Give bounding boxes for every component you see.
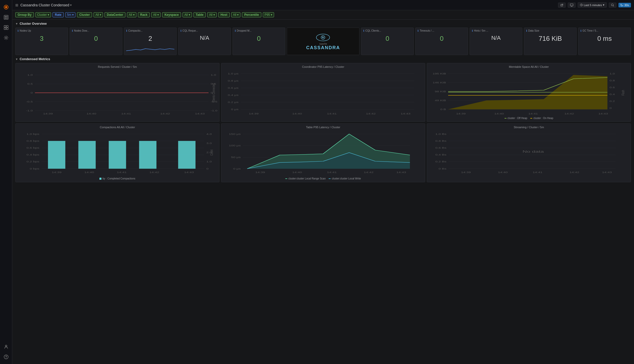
timeouts-info-icon[interactable]: ℹ	[418, 29, 419, 32]
nodes-up-info-icon[interactable]: ℹ	[18, 29, 19, 32]
svg-text:0 μs: 0 μs	[233, 167, 241, 170]
svg-text:14:40: 14:40	[292, 112, 302, 115]
svg-text:No data: No data	[523, 149, 544, 153]
svg-rect-102	[109, 141, 126, 169]
memtable-legend: cluster : Off Heap cluster : On Heap	[429, 117, 629, 120]
gc-time-card: ℹ GC Time / 5... 0 ms	[578, 28, 631, 55]
nodes-down-value: 0	[72, 33, 120, 45]
on-heap-color	[530, 118, 532, 119]
svg-rect-104	[178, 141, 196, 169]
gc-time-title: ℹ GC Time / 5...	[580, 29, 629, 32]
rack-dropdown[interactable]: All ▾	[151, 12, 161, 17]
memtable-space-title: Memtable Space All.All / Cluster	[429, 65, 629, 68]
charts-row-2: Compactions All.All / Cluster 1.0 bps 0.…	[15, 123, 631, 182]
collapse-icon: ▼	[15, 22, 18, 25]
svg-text:14:41: 14:41	[533, 171, 542, 174]
share-button[interactable]	[558, 3, 566, 8]
svg-text:0: 0	[31, 92, 33, 94]
svg-rect-7	[4, 25, 6, 27]
local-write-color	[329, 178, 331, 179]
svg-text:14:43: 14:43	[401, 112, 410, 115]
compaction-value: 2	[126, 33, 174, 45]
cql-requests-card: ℹ CQL Reque... N/A	[178, 28, 231, 55]
svg-text:14:42: 14:42	[366, 112, 376, 115]
table-dropdown[interactable]: All ▾	[207, 12, 217, 17]
nodes-down-info-icon[interactable]: ℹ	[72, 29, 73, 32]
cql-requests-value: N/A	[180, 33, 229, 43]
compactions-chart: 1.0 bps 0.8 bps 0.6 bps 0.4 bps 0.2 bps …	[18, 130, 217, 176]
legend-compactions: by : Completed Compactions	[99, 177, 135, 180]
hints-title: ℹ Hints / 5m ...	[472, 29, 520, 32]
condensed-metrics-header[interactable]: ▼ Condensed Metrics	[15, 57, 631, 61]
cluster-groupby-dropdown[interactable]: Cluster ▾	[35, 12, 51, 17]
svg-rect-14	[570, 4, 573, 6]
rate-dropdown[interactable]: 5m ▾	[65, 12, 75, 17]
gc-time-info-icon[interactable]: ℹ	[580, 29, 581, 32]
svg-text:0.6: 0.6	[610, 86, 615, 89]
keyspace-label: Keyspace	[162, 12, 181, 17]
svg-text:0 μs: 0 μs	[231, 108, 238, 111]
dc-dropdown[interactable]: All ▾	[127, 12, 136, 17]
page-title: Cassandra Cluster Condensed	[20, 3, 69, 7]
sidebar-item-user[interactable]	[2, 342, 11, 351]
keyspace-dropdown[interactable]: All ▾	[183, 12, 192, 17]
cluster-filter-dropdown[interactable]: All ▾	[94, 12, 103, 17]
percentile-dropdown[interactable]: P95 ▾	[263, 12, 274, 17]
svg-text:98 KiB: 98 KiB	[435, 90, 446, 93]
topbar-chevron[interactable]: ▾	[70, 3, 72, 7]
svg-text:0.4 Bs: 0.4 Bs	[435, 154, 446, 156]
tv-button[interactable]	[568, 3, 576, 8]
svg-text:1.0: 1.0	[610, 72, 615, 75]
svg-text:Count: Count	[209, 150, 214, 156]
svg-text:3.0: 3.0	[206, 142, 212, 145]
topbar: ⊞ Cassandra Cluster Condensed ▾ Last 5 m…	[12, 0, 634, 10]
sidebar-item-help[interactable]	[2, 352, 11, 361]
time-range-picker[interactable]: Last 5 minutes ▾	[578, 2, 607, 8]
rack-label: Rack	[138, 12, 150, 17]
cluster-overview-header[interactable]: ▼ Cluster Overview	[15, 22, 631, 25]
cql-requests-title: ℹ CQL Reque...	[180, 29, 229, 32]
compaction-info-icon[interactable]: ℹ	[126, 29, 127, 32]
cql-clients-info-icon[interactable]: ℹ	[363, 29, 364, 32]
svg-rect-3	[5, 16, 6, 17]
sidebar-item-dashboards[interactable]	[2, 23, 11, 32]
hints-info-icon[interactable]: ℹ	[472, 29, 473, 32]
svg-text:14:39: 14:39	[461, 171, 471, 174]
svg-text:49 KiB: 49 KiB	[435, 99, 446, 102]
svg-text:0 bps: 0 bps	[30, 167, 39, 170]
svg-text:14:42: 14:42	[564, 112, 574, 115]
svg-point-13	[6, 358, 6, 358]
legend-local-write: cluster:cluster Local Write	[329, 177, 361, 180]
sidebar-item-search[interactable]	[2, 13, 11, 22]
data-size-info-icon[interactable]: ℹ	[526, 29, 527, 32]
svg-text:1.0 Bs: 1.0 Bs	[435, 133, 446, 135]
svg-text:14:43: 14:43	[195, 112, 205, 115]
svg-text:0.2: 0.2	[610, 100, 615, 102]
coordinator-latency-panel: Coordinator P95 Latency / Cluster 1.0 μs…	[221, 63, 425, 122]
svg-text:14:39: 14:39	[43, 112, 53, 115]
legend-on-heap: cluster : On Heap	[530, 117, 553, 120]
sidebar-logo[interactable]	[2, 3, 11, 12]
svg-text:0.8: 0.8	[610, 79, 615, 82]
svg-text:-1.0: -1.0	[26, 109, 33, 112]
charts-row-1: Requests Served / Cluster / 5m 1.0 0.5 0	[15, 63, 631, 122]
svg-text:0: 0	[206, 167, 209, 170]
svg-rect-103	[139, 141, 157, 169]
host-dropdown[interactable]: All ▾	[231, 12, 241, 17]
sidebar-item-settings[interactable]	[2, 33, 11, 42]
coordinator-latency-title: Coordinator P95 Latency / Cluster	[223, 65, 423, 68]
svg-text:14:42: 14:42	[570, 171, 579, 174]
sidebar-bottom	[2, 342, 11, 362]
topbar-grid-icon: ⊞	[15, 3, 18, 7]
cql-requests-info-icon[interactable]: ℹ	[180, 29, 182, 32]
cluster-filter-label: Cluster	[77, 12, 92, 17]
compactions-legend: by : Completed Compactions	[18, 177, 217, 180]
svg-text:14:40: 14:40	[498, 171, 508, 174]
table-latency-chart: 150 μs 100 μs 50 μs 0 μs 14:39 14:40	[223, 130, 423, 176]
refresh-button[interactable]: 30s	[618, 3, 631, 7]
svg-rect-6	[6, 18, 7, 19]
cassandra-eye-icon	[315, 32, 331, 43]
streaming-chart: 1.0 Bs 0.8 Bs 0.6 Bs 0.4 Bs 0.2 Bs 0 Bs …	[429, 130, 629, 176]
dropped-msgs-info-icon[interactable]: ℹ	[235, 29, 236, 32]
search-button[interactable]	[609, 3, 616, 8]
